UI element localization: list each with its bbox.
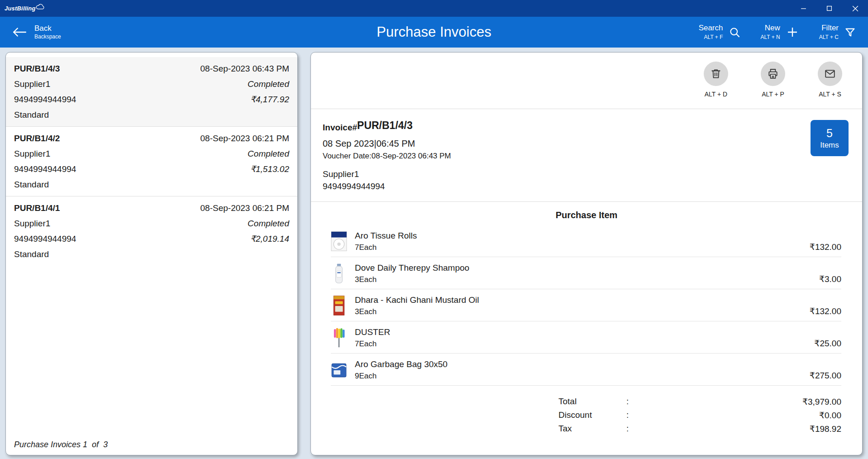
- delete-button[interactable]: [704, 62, 728, 86]
- invoice-list-panel: PUR/B1/4/3 08-Sep-2023 06:43 PM Supplier…: [5, 52, 298, 455]
- product-thumbnail-duster: [331, 325, 349, 349]
- app-logo-text: JustBilling: [5, 5, 36, 12]
- back-shortcut: Backspace: [34, 33, 61, 41]
- invoice-account: 9494994944994: [14, 231, 76, 247]
- trash-icon: [710, 68, 722, 80]
- invoice-status: Completed: [248, 216, 289, 231]
- invoice-datetime: 08 Sep 2023|06:45 PM: [323, 139, 850, 149]
- product-quantity: 3Each: [355, 275, 377, 284]
- invoice-amount: ₹2,019.14: [250, 231, 289, 247]
- back-button-text: Back Backspace: [34, 24, 61, 41]
- maximize-button[interactable]: [816, 0, 842, 17]
- invoice-datetime: 08-Sep-2023 06:21 PM: [200, 201, 289, 216]
- filter-shortcut: ALT + C: [819, 33, 839, 41]
- invoice-status: Completed: [248, 76, 289, 92]
- app-logo: JustBilling: [0, 5, 46, 12]
- voucher-date-value: 08-Sep-2023 06:43 PM: [372, 152, 451, 160]
- new-button[interactable]: New ALT + N: [761, 23, 799, 41]
- invoice-list-item[interactable]: PUR/B1/4/3 08-Sep-2023 06:43 PM Supplier…: [6, 57, 297, 127]
- filter-label: Filter: [821, 23, 839, 33]
- invoice-account: 9494994944994: [14, 92, 76, 107]
- product-amount: ₹132.00: [810, 306, 841, 316]
- invoice-type: Standard: [14, 247, 49, 262]
- search-button-text: Search ALT + F: [699, 23, 723, 41]
- purchase-item-row: Dove Daily Therepy Shampoo 3Each ₹3.00: [331, 257, 841, 289]
- invoice-supplier: Supplier1: [14, 76, 50, 92]
- header-actions: Search ALT + F New ALT + N Filter ALT + …: [699, 23, 856, 41]
- invoice-detail-header: Invoice#PUR/B1/4/3 08 Sep 2023|06:45 PM …: [311, 109, 862, 202]
- delete-action: ALT + D: [704, 62, 728, 98]
- product-quantity: 7Each: [355, 339, 377, 349]
- product-name: DUSTER: [355, 326, 841, 338]
- invoice-number: PUR/B1/4/1: [14, 201, 60, 216]
- invoice-supplier: Supplier1: [14, 216, 50, 231]
- send-shortcut: ALT + S: [819, 91, 841, 98]
- purchase-item-row: Dhara - Kachi Ghani Mustard Oil 3Each ₹1…: [331, 289, 841, 321]
- product-thumbnail-shampoo-bottle: [331, 261, 349, 285]
- items-count-label: Items: [820, 141, 839, 150]
- search-button[interactable]: Search ALT + F: [699, 23, 741, 41]
- search-label: Search: [699, 23, 723, 33]
- new-button-text: New ALT + N: [761, 23, 780, 41]
- print-button[interactable]: [761, 62, 785, 86]
- product-quantity: 3Each: [355, 307, 377, 316]
- product-name: Aro Tissue Rolls: [355, 230, 841, 242]
- back-button[interactable]: Back Backspace: [12, 24, 61, 41]
- product-quantity: 9Each: [355, 372, 377, 381]
- discount-separator: :: [626, 410, 678, 421]
- page-header: Back Backspace Purchase Invoices Search …: [0, 17, 868, 48]
- cloud-icon: [35, 4, 46, 10]
- total-value: ₹3,979.00: [678, 397, 841, 407]
- minimize-icon: [801, 5, 806, 11]
- voucher-date: Voucher Date:08-Sep-2023 06:43 PM: [323, 152, 850, 161]
- invoice-datetime: 08-Sep-2023 06:43 PM: [200, 61, 289, 76]
- product-name: Dove Daily Therepy Shampoo: [355, 262, 841, 274]
- detail-toolbar: ALT + D ALT + P ALT + S: [311, 53, 862, 109]
- items-count: 5: [826, 127, 833, 140]
- product-amount: ₹25.00: [814, 338, 841, 349]
- filter-button[interactable]: Filter ALT + C: [819, 23, 856, 41]
- close-button[interactable]: [842, 0, 868, 17]
- product-name: Dhara - Kachi Ghani Mustard Oil: [355, 294, 841, 306]
- tax-label: Tax: [558, 424, 626, 434]
- maximize-icon: [826, 5, 832, 11]
- items-count-badge: 5 Items: [811, 120, 849, 156]
- purchase-item-row: Aro Garbage Bag 30x50 9Each ₹275.00: [331, 354, 841, 386]
- invoice-list-item[interactable]: PUR/B1/4/2 08-Sep-2023 06:21 PM Supplier…: [6, 127, 297, 196]
- filter-button-text: Filter ALT + C: [819, 23, 839, 41]
- invoice-number: PUR/B1/4/3: [14, 61, 60, 76]
- invoice-type: Standard: [14, 107, 49, 123]
- supplier-name: Supplier1: [323, 168, 850, 180]
- product-amount: ₹132.00: [810, 242, 841, 252]
- print-shortcut: ALT + P: [762, 91, 784, 98]
- delete-shortcut: ALT + D: [705, 91, 727, 98]
- send-button[interactable]: [818, 62, 842, 86]
- invoice-detail-panel: ALT + D ALT + P ALT + S Invoice#PUR/B1/4…: [310, 52, 863, 455]
- purchase-item-heading: Purchase Item: [311, 210, 862, 220]
- main-content: PUR/B1/4/3 08-Sep-2023 06:43 PM Supplier…: [0, 48, 868, 459]
- new-shortcut: ALT + N: [761, 33, 780, 41]
- minimize-button[interactable]: [791, 0, 816, 17]
- search-shortcut: ALT + F: [704, 33, 723, 41]
- invoice-list-item[interactable]: PUR/B1/4/1 08-Sep-2023 06:21 PM Supplier…: [6, 196, 297, 266]
- purchase-items-list: Aro Tissue Rolls 7Each ₹132.00 Dove Dail…: [311, 225, 862, 386]
- filter-icon: [844, 26, 856, 38]
- discount-label: Discount: [558, 410, 626, 421]
- invoice-list: PUR/B1/4/3 08-Sep-2023 06:43 PM Supplier…: [6, 53, 297, 266]
- invoice-type: Standard: [14, 177, 49, 192]
- product-thumbnail-tissue-rolls: [331, 229, 349, 253]
- product-quantity: 7Each: [355, 243, 377, 252]
- product-thumbnail-mustard-oil-pack: [331, 293, 349, 317]
- plus-icon: [786, 25, 799, 39]
- voucher-date-label: Voucher Date:: [323, 152, 372, 160]
- purchase-item-row: DUSTER 7Each ₹25.00: [331, 321, 841, 354]
- tax-value: ₹198.92: [678, 424, 841, 434]
- invoice-datetime: 08-Sep-2023 06:21 PM: [200, 131, 289, 146]
- purchase-item-row: Aro Tissue Rolls 7Each ₹132.00: [331, 225, 841, 257]
- window-titlebar: JustBilling: [0, 0, 868, 17]
- new-label: New: [765, 23, 780, 33]
- tax-separator: :: [626, 424, 678, 434]
- close-icon: [852, 5, 858, 12]
- invoice-totals: Total : ₹3,979.00 Discount : ₹0.00 Tax :…: [558, 397, 841, 434]
- back-arrow-icon: [12, 26, 27, 38]
